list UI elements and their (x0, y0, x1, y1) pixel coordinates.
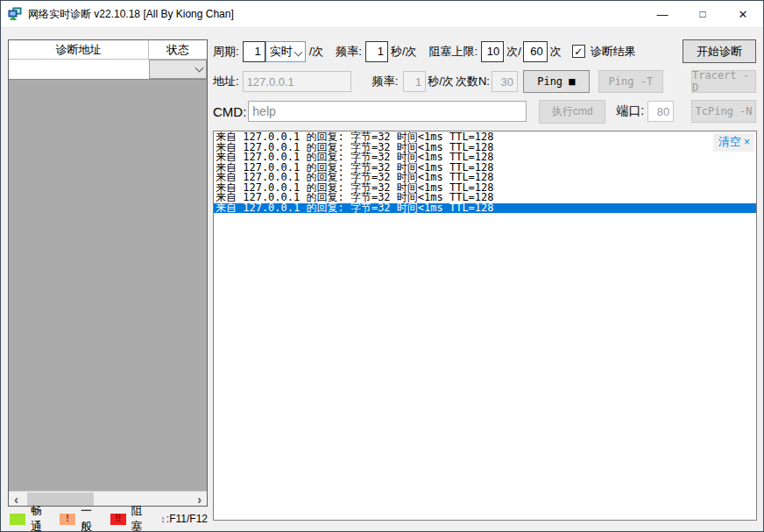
clear-label: 清空 (718, 134, 741, 150)
scroll-left-icon[interactable]: ‹ (9, 492, 24, 507)
count-input[interactable] (492, 71, 518, 92)
chevron-down-icon (295, 48, 302, 55)
title-bar: 网络实时诊断 v22.10.18 [All By Kiong Chan] — □… (1, 1, 763, 28)
list-header: 诊断地址 状态 (9, 40, 207, 60)
port-label: 端口: (616, 103, 644, 119)
status-legend: 畅通 ! 一般 !! 阻塞 ↕:F11/F12 (10, 511, 208, 527)
cmd-row: CMD: 执行cmd 端口: TcPing -N (213, 100, 756, 123)
ping-button[interactable]: Ping ■ (523, 70, 590, 93)
block-separator-label: 次/ (506, 44, 521, 60)
cycle-label: 周期: (213, 44, 239, 60)
block-limit-input-2[interactable] (523, 41, 548, 62)
address-list-panel: 诊断地址 状态 ‹ › (8, 39, 208, 507)
ping-settings-row: 地址: 频率: 秒/次 次数N: Ping ■ Ping -T Tracert … (213, 70, 756, 93)
frequency-unit-label: 秒/次 (391, 44, 417, 60)
app-network-icon (8, 7, 22, 21)
block-unit-label: 次 (550, 44, 562, 60)
address-input[interactable] (243, 71, 351, 92)
legend-mid-label: 一般 (81, 503, 100, 532)
per-times-label: /次 (309, 44, 324, 60)
close-button[interactable]: ✕ (723, 1, 763, 27)
up-down-arrow-icon: ↕ (160, 514, 166, 524)
ping-output-lines: 来自 127.0.0.1 的回复: 字节=32 时间<1ms TTL=128来自… (214, 131, 756, 213)
legend-ok-swatch (10, 514, 25, 525)
mode-select[interactable]: 实时 (265, 41, 306, 62)
start-diagnosis-button[interactable]: 开始诊断 (683, 39, 756, 63)
caption-buttons: — □ ✕ (642, 1, 763, 27)
address-input-row (9, 60, 207, 79)
hotkey-hint: ↕:F11/F12 (160, 513, 208, 525)
exec-cmd-button: 执行cmd (539, 100, 605, 124)
address-list-body[interactable] (9, 79, 207, 491)
minimize-button[interactable]: — (642, 1, 683, 27)
maximize-button[interactable]: □ (683, 1, 723, 27)
hotkey-text: :F11/F12 (166, 513, 208, 525)
status-dropdown[interactable] (149, 60, 207, 79)
ping-output-panel: 来自 127.0.0.1 的回复: 字节=32 时间<1ms TTL=128来自… (213, 131, 757, 521)
clear-output-button[interactable]: 清空 × (713, 133, 754, 152)
address-list-input[interactable] (9, 60, 149, 79)
cmd-label: CMD: (213, 104, 246, 119)
legend-ok-label: 畅通 (31, 503, 50, 532)
mode-select-value: 实时 (270, 44, 293, 60)
block-limit-label: 阻塞上限: (429, 44, 478, 60)
legend-block-label: 阻塞 (131, 503, 151, 532)
result-checkbox-label: 诊断结果 (591, 44, 636, 60)
count-label: 次数N: (456, 74, 490, 89)
port-input[interactable] (647, 101, 674, 122)
ping-frequency-label: 频率: (372, 74, 399, 89)
ping-line[interactable]: 来自 127.0.0.1 的回复: 字节=32 时间<1ms TTL=128 (214, 203, 757, 214)
ping-frequency-unit-label: 秒/次 (428, 74, 454, 89)
clear-close-icon: × (744, 136, 750, 148)
cycle-settings-row: 周期: 实时 /次 频率: 秒/次 阻塞上限: 次/ 次 ✓ 诊断结果 开始诊断 (213, 39, 756, 63)
scroll-right-icon[interactable]: › (192, 492, 207, 507)
column-header-status: 状态 (149, 40, 207, 59)
ping-frequency-input[interactable] (403, 71, 426, 92)
tracert-button: Tracert -D (691, 70, 756, 93)
column-header-address: 诊断地址 (9, 40, 149, 59)
cycle-input[interactable] (243, 41, 265, 62)
legend-mid-swatch: ! (60, 514, 75, 525)
frequency-input[interactable] (365, 41, 388, 62)
address-label: 地址: (213, 74, 239, 89)
legend-block-swatch: !! (110, 514, 126, 525)
window-title: 网络实时诊断 v22.10.18 [All By Kiong Chan] (28, 7, 234, 22)
cmd-input[interactable] (248, 101, 527, 122)
tcping-button: TcPing -N (691, 100, 756, 123)
ping-t-button: Ping -T (598, 70, 663, 93)
result-checkbox[interactable]: ✓ (572, 45, 585, 58)
frequency-label: 频率: (336, 44, 362, 60)
chevron-down-icon (196, 64, 203, 71)
app-window: 网络实时诊断 v22.10.18 [All By Kiong Chan] — □… (0, 0, 764, 532)
block-limit-input-1[interactable] (481, 41, 504, 62)
